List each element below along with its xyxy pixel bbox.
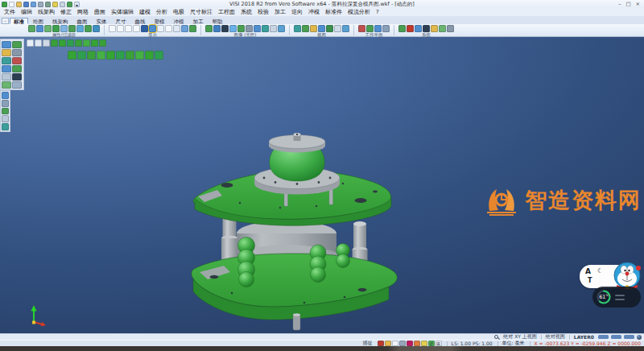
light-ambient-icon[interactable]: [213, 25, 221, 32]
menu-item[interactable]: 曲面: [94, 8, 105, 16]
menu-item[interactable]: 尺寸标注: [190, 8, 213, 16]
menu-item[interactable]: 电极: [173, 8, 184, 16]
workplane-3pt-icon[interactable]: [374, 25, 382, 32]
snap-center-icon[interactable]: [392, 341, 398, 346]
open-icon[interactable]: [16, 2, 22, 7]
save-all-icon[interactable]: [31, 2, 36, 7]
dock-mirror-icon[interactable]: [12, 65, 22, 72]
ribbon-tab[interactable]: 冲模: [170, 18, 188, 24]
light-dark-icon[interactable]: [221, 25, 229, 32]
dock-point-icon[interactable]: [12, 41, 22, 48]
ribbon-tab[interactable]: 绘图: [29, 18, 47, 24]
vp-solid-fillet-icon[interactable]: [75, 39, 82, 47]
attribute-color-icon[interactable]: [28, 25, 35, 32]
dock-select-icon[interactable]: [2, 41, 11, 48]
minimize-button[interactable]: –: [618, 1, 621, 8]
system-options-icon[interactable]: [447, 25, 454, 32]
redo-icon[interactable]: [60, 2, 65, 7]
ribbon-tab[interactable]: 帮助: [208, 18, 227, 24]
strip-layer-icon[interactable]: [2, 115, 9, 122]
system-settings-icon[interactable]: [398, 25, 406, 32]
vp2-split-icon[interactable]: [155, 51, 163, 60]
vp2-revolve-icon[interactable]: [77, 51, 86, 60]
menu-item[interactable]: 逆向: [291, 8, 303, 16]
workplane-face-icon[interactable]: [366, 25, 374, 32]
snap-intersection-icon[interactable]: [407, 341, 413, 346]
menu-item[interactable]: 线架构: [38, 8, 55, 16]
vp-solid-subtract-icon[interactable]: [59, 39, 66, 47]
vp-zoom-icon[interactable]: [43, 39, 50, 47]
view-front-icon[interactable]: [302, 25, 309, 32]
cad-model[interactable]: [184, 119, 419, 333]
workplane-xy-icon[interactable]: [358, 25, 365, 32]
maximize-button[interactable]: □: [625, 1, 630, 8]
layer-color-block[interactable]: [598, 335, 609, 339]
vp2-sweep-icon[interactable]: [87, 51, 96, 60]
filter-curve-icon[interactable]: [52, 25, 60, 32]
vp2-pocket-icon[interactable]: [116, 51, 125, 60]
vp2-loft-icon[interactable]: [97, 51, 105, 60]
menu-item[interactable]: ?: [376, 9, 379, 15]
letter-a-icon[interactable]: A: [585, 267, 591, 275]
light-blue-icon[interactable]: [254, 25, 261, 32]
light-white-icon[interactable]: [270, 25, 277, 32]
system-macro-icon[interactable]: [439, 25, 446, 32]
vp-solid-intersect-icon[interactable]: [67, 39, 74, 47]
view-fit-icon[interactable]: [334, 25, 341, 32]
display-ghost-icon[interactable]: [173, 25, 180, 32]
light-teal-icon[interactable]: [262, 25, 269, 32]
vp-solid-draft-icon[interactable]: [99, 39, 106, 47]
vp-solid-union-icon[interactable]: [51, 39, 58, 47]
light-sky-icon[interactable]: [229, 25, 237, 32]
display-shaded-icon[interactable]: [125, 25, 132, 32]
menu-item[interactable]: 编辑: [21, 8, 32, 16]
dock-circle-icon[interactable]: [2, 57, 11, 64]
moon-icon[interactable]: ☾: [597, 267, 603, 275]
strip-snap-icon[interactable]: [2, 92, 9, 99]
letter-t-icon[interactable]: T: [588, 277, 592, 284]
snap-endpoint-icon[interactable]: [378, 341, 384, 346]
ribbon-tab[interactable]: 加工: [189, 18, 208, 24]
menu-item[interactable]: 修正: [60, 8, 72, 16]
menu-item[interactable]: 文件: [4, 8, 15, 16]
dock-rotate-icon[interactable]: [12, 73, 22, 81]
vp-select-icon[interactable]: [27, 39, 34, 47]
filter-mesh-icon[interactable]: [76, 25, 84, 32]
filter-layer-icon[interactable]: [85, 25, 92, 32]
ribbon-tab[interactable]: 线架构: [48, 18, 72, 24]
vp-solid-shell-icon[interactable]: [91, 39, 98, 47]
workplane-reset-icon[interactable]: [382, 25, 390, 32]
filter-point-icon[interactable]: [44, 25, 52, 32]
save-icon[interactable]: [23, 2, 29, 7]
display-shaded-edges-icon[interactable]: [133, 25, 140, 32]
menu-item[interactable]: 实体编辑: [111, 8, 134, 16]
strip-grid-icon[interactable]: [2, 100, 9, 107]
strip-ortho-icon[interactable]: [2, 108, 9, 115]
snap-tangent-icon[interactable]: [414, 341, 420, 346]
light-standard-icon[interactable]: [205, 25, 213, 32]
display-compare-icon[interactable]: [181, 25, 188, 32]
ribbon-tab[interactable]: 塑模: [151, 18, 169, 24]
light-green-icon[interactable]: [237, 25, 245, 32]
vp2-pattern-icon[interactable]: [145, 51, 154, 60]
app-icon[interactable]: [2, 2, 7, 7]
system-delete-icon[interactable]: [407, 25, 414, 32]
menu-item[interactable]: 工程图: [218, 8, 235, 16]
ribbon-collapse-button[interactable]: -: [2, 18, 9, 24]
display-render-icon[interactable]: [149, 25, 156, 32]
system-calc-icon[interactable]: [431, 25, 438, 32]
display-analysis-icon[interactable]: [189, 25, 196, 32]
system-dark-icon[interactable]: [423, 25, 430, 32]
vp2-boss-icon[interactable]: [126, 51, 134, 60]
menu-item[interactable]: 系统: [241, 8, 252, 16]
dock-scale-icon[interactable]: [2, 81, 11, 89]
shading-sphere-icon[interactable]: [637, 335, 642, 340]
layer-color-block[interactable]: [611, 335, 621, 339]
snap-midpoint-icon[interactable]: [385, 341, 391, 346]
magnifier-icon[interactable]: [494, 335, 498, 339]
dock-line-icon[interactable]: [2, 49, 11, 56]
display-transparent-icon[interactable]: [157, 25, 164, 32]
refresh-icon[interactable]: ↺: [428, 341, 435, 346]
dock-trim-icon[interactable]: [12, 57, 22, 64]
snap-quadrant-icon[interactable]: [399, 341, 406, 346]
